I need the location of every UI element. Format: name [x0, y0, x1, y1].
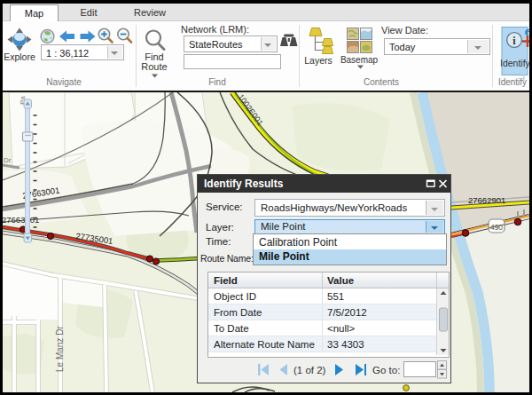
svg-text:27663101: 27663101	[3, 215, 39, 225]
svg-text:Go to:: Go to:	[372, 365, 400, 375]
svg-text:Dr: Dr	[4, 156, 12, 164]
svg-text:Le Manz Dr: Le Manz Dr	[55, 326, 65, 372]
svg-text:27662901: 27662901	[468, 195, 505, 205]
svg-text:i: i	[528, 29, 529, 37]
svg-text:(1 of 2): (1 of 2)	[293, 365, 326, 375]
svg-text:490: 490	[490, 223, 503, 232]
